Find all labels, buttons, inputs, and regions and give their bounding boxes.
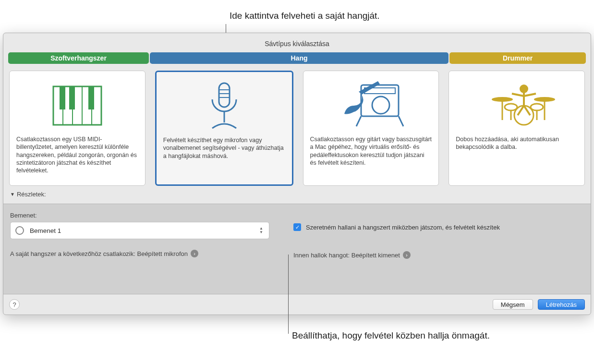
details-label: Részletek: (17, 191, 46, 198)
output-device-info: Innen hallok hangot: Beépített kimenet › (293, 251, 584, 259)
card-description: Csatlakoztasson egy USB MIDI-billentyűze… (16, 135, 138, 174)
card-description: Felvételt készíthet egy mikrofon vagy vo… (163, 136, 285, 160)
segment-control: Szoftverhangszer Hang Drummer (3, 52, 591, 64)
svg-rect-9 (219, 83, 230, 107)
cancel-button[interactable]: Mégsem (493, 299, 533, 310)
input-select-value: Bemenet 1 (30, 227, 61, 234)
track-type-dialog: Sávtípus kiválasztása Szoftverhangszer H… (3, 33, 591, 315)
details-toggle[interactable]: ▼ Részletek: (3, 188, 591, 201)
card-drummer[interactable]: Dobos hozzáadása, aki automatikusan beka… (449, 71, 585, 186)
card-guitar[interactable]: Csatlakoztasson egy gitárt vagy basszusg… (303, 71, 439, 186)
input-select[interactable]: Bemenet 1 ▲▼ (10, 222, 269, 239)
input-channel-icon (15, 226, 24, 235)
card-row: Csatlakoztasson egy USB MIDI-billentyűze… (3, 64, 591, 188)
help-button[interactable]: ? (9, 299, 20, 310)
piano-icon (16, 76, 138, 135)
callout-top: Ide kattintva felveheti a saját hangját. (230, 11, 380, 21)
output-device-link[interactable]: › (403, 251, 411, 259)
svg-rect-8 (88, 86, 94, 109)
segment-drummer[interactable]: Drummer (449, 52, 586, 64)
segment-software[interactable]: Szoftverhangszer (8, 52, 149, 64)
details-panel: Bemenet: Bemenet 1 ▲▼ A saját hangszer a… (3, 204, 591, 294)
microphone-icon (163, 77, 285, 136)
svg-line-17 (356, 116, 361, 126)
svg-point-28 (514, 106, 533, 125)
dialog-title: Sávtípus kiválasztása (3, 33, 591, 52)
monitoring-checkbox[interactable]: ✓ (293, 223, 301, 231)
input-device-info: A saját hangszer a következőhöz csatlako… (10, 250, 274, 257)
card-description: Dobos hozzáadása, aki automatikusan beka… (456, 135, 578, 151)
callout-line-bottom (288, 255, 289, 334)
input-device-text: A saját hangszer a következőhöz csatlako… (10, 250, 188, 257)
chevron-updown-icon: ▲▼ (257, 225, 265, 236)
card-software-instrument[interactable]: Csatlakoztasson egy USB MIDI-billentyűze… (9, 71, 145, 186)
create-button[interactable]: Létrehozás (538, 299, 585, 310)
dialog-footer: ? Mégsem Létrehozás (3, 294, 591, 315)
input-label: Bemenet: (10, 212, 274, 219)
svg-point-24 (505, 104, 517, 110)
monitoring-label: Szeretném hallani a hangszert miközben j… (306, 224, 500, 231)
svg-rect-6 (60, 86, 65, 109)
callout-bottom: Beállíthatja, hogy felvétel közben hallj… (292, 329, 490, 342)
svg-point-26 (531, 104, 543, 110)
drummer-icon (456, 76, 578, 135)
segment-audio[interactable]: Hang (150, 52, 449, 64)
output-device-text: Innen hallok hangot: Beépített kimenet (293, 252, 400, 259)
disclosure-triangle-icon: ▼ (10, 192, 15, 197)
input-device-link[interactable]: › (191, 250, 198, 257)
svg-point-19 (520, 85, 528, 93)
svg-point-16 (372, 97, 389, 114)
card-microphone[interactable]: Felvételt készíthet egy mikrofon vagy vo… (155, 71, 293, 186)
guitar-amp-icon (310, 76, 432, 135)
svg-rect-7 (69, 86, 75, 109)
svg-line-18 (399, 116, 403, 126)
card-description: Csatlakoztasson egy gitárt vagy basszusg… (310, 135, 432, 167)
